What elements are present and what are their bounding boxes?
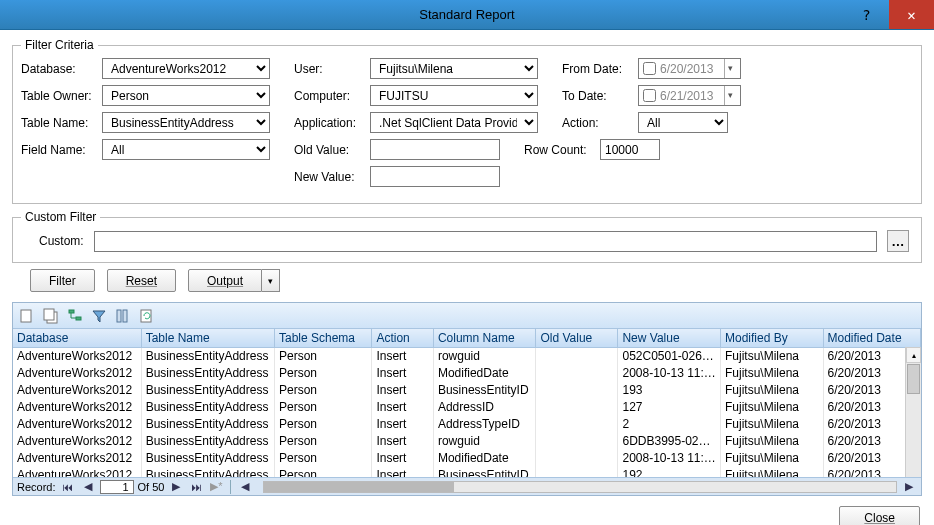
record-navigator: Record: ⏮ ◀ Of 50 ▶ ⏭ ▶* ◀ ▶ [13,477,921,495]
toolbar-columns-icon[interactable] [115,308,131,324]
label-from-date: From Date: [562,62,632,76]
label-action: Action: [562,116,632,130]
close-icon[interactable]: ✕ [889,0,934,29]
label-field-name: Field Name: [21,143,96,157]
column-header[interactable]: Table Name [141,329,274,348]
vertical-scrollbar[interactable]: ▴ [905,347,921,477]
custom-filter-browse-button[interactable]: … [887,230,909,252]
label-table-name: Table Name: [21,116,96,130]
record-current-input[interactable] [100,480,134,494]
table-row[interactable]: AdventureWorks2012BusinessEntityAddressP… [13,382,921,399]
field-name-select[interactable]: All [102,139,270,160]
custom-filter-legend: Custom Filter [21,210,100,224]
column-header[interactable]: Modified By [720,329,823,348]
label-new-value: New Value: [294,170,364,184]
horizontal-scrollbar[interactable] [263,481,897,493]
window-title: Standard Report [0,7,934,22]
label-old-value: Old Value: [294,143,364,157]
label-application: Application: [294,116,364,130]
results-grid: DatabaseTable NameTable SchemaActionColu… [12,302,922,496]
nav-new-icon: ▶* [208,480,224,493]
custom-filter-group: Custom Filter Custom: … [12,210,922,263]
output-button[interactable]: Output [188,269,262,292]
titlebar: Standard Report ? ✕ [0,0,934,30]
filter-criteria-group: Filter Criteria Database: AdventureWorks… [12,38,922,204]
svg-rect-3 [69,310,74,313]
table-row[interactable]: AdventureWorks2012BusinessEntityAddressP… [13,416,921,433]
column-header[interactable]: Database [13,329,141,348]
database-select[interactable]: AdventureWorks2012 [102,58,270,79]
from-date-input[interactable]: 6/20/2013▾ [638,58,741,79]
row-count-input[interactable] [600,139,660,160]
table-row[interactable]: AdventureWorks2012BusinessEntityAddressP… [13,399,921,416]
grid-toolbar [13,303,921,329]
filter-criteria-legend: Filter Criteria [21,38,98,52]
custom-filter-input[interactable] [94,231,877,252]
column-header[interactable]: Action [372,329,434,348]
column-header[interactable]: Modified Date [823,329,920,348]
to-date-input[interactable]: 6/21/2013▾ [638,85,741,106]
table-row[interactable]: AdventureWorks2012BusinessEntityAddressP… [13,433,921,450]
hscroll-right-icon[interactable]: ▶ [901,480,917,493]
record-label: Record: [17,481,56,493]
column-header[interactable]: Column Name [433,329,536,348]
record-of-text: Of 50 [138,481,165,493]
label-table-owner: Table Owner: [21,89,96,103]
filter-button[interactable]: Filter [30,269,95,292]
toolbar-tree-icon[interactable] [67,308,83,324]
nav-next-icon[interactable]: ▶ [168,480,184,493]
table-row[interactable]: AdventureWorks2012BusinessEntityAddressP… [13,450,921,467]
table-name-select[interactable]: BusinessEntityAddress [102,112,270,133]
svg-rect-6 [123,310,127,322]
help-icon[interactable]: ? [844,0,889,29]
toolbar-copy-icon[interactable] [43,308,59,324]
close-button[interactable]: Close [839,506,920,525]
table-row[interactable]: AdventureWorks2012BusinessEntityAddressP… [13,365,921,382]
column-header[interactable]: Old Value [536,329,618,348]
label-computer: Computer: [294,89,364,103]
label-custom: Custom: [39,234,84,248]
user-select[interactable]: Fujitsu\Milena [370,58,538,79]
column-header[interactable]: New Value [618,329,721,348]
nav-first-icon[interactable]: ⏮ [60,481,76,493]
application-select[interactable]: .Net SqlClient Data Provider [370,112,538,133]
old-value-input[interactable] [370,139,500,160]
new-value-input[interactable] [370,166,500,187]
table-row[interactable]: AdventureWorks2012BusinessEntityAddressP… [13,467,921,478]
label-row-count: Row Count: [524,143,594,157]
svg-rect-0 [21,310,31,322]
reset-button[interactable]: Reset [107,269,176,292]
column-header[interactable]: Table Schema [274,329,371,348]
hscroll-left-icon[interactable]: ◀ [237,480,253,493]
computer-select[interactable]: FUJITSU [370,85,538,106]
toolbar-new-icon[interactable] [19,308,35,324]
svg-rect-2 [44,309,54,320]
svg-rect-5 [117,310,121,322]
action-select[interactable]: All [638,112,728,133]
nav-prev-icon[interactable]: ◀ [80,480,96,493]
label-to-date: To Date: [562,89,632,103]
toolbar-refresh-icon[interactable] [139,308,155,324]
label-user: User: [294,62,364,76]
toolbar-filter-icon[interactable] [91,308,107,324]
svg-rect-4 [76,317,81,320]
table-row[interactable]: AdventureWorks2012BusinessEntityAddressP… [13,348,921,365]
label-database: Database: [21,62,96,76]
nav-last-icon[interactable]: ⏭ [188,481,204,493]
table-owner-select[interactable]: Person [102,85,270,106]
output-dropdown-icon[interactable]: ▾ [262,269,280,292]
